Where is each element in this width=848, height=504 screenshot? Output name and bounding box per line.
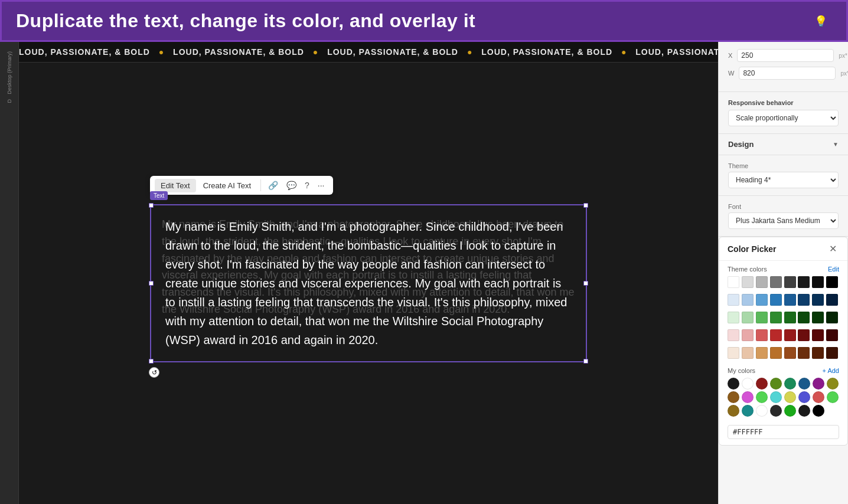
- my-color-swatch[interactable]: [728, 405, 739, 417]
- theme-color-swatch[interactable]: [756, 329, 768, 341]
- theme-color-swatch[interactable]: [728, 312, 739, 323]
- edit-text-button[interactable]: Edit Text: [155, 179, 196, 192]
- my-color-swatch[interactable]: [756, 405, 768, 417]
- theme-color-swatch[interactable]: [798, 329, 810, 341]
- my-color-swatch[interactable]: [742, 391, 754, 403]
- theme-color-swatch[interactable]: [812, 294, 824, 306]
- banner-title: Duplicate the text, change its color, an…: [16, 10, 475, 32]
- handle-middle-left[interactable]: [149, 281, 154, 286]
- theme-color-swatch[interactable]: [784, 276, 796, 288]
- handle-top-right[interactable]: [583, 203, 588, 208]
- my-color-swatch[interactable]: [742, 378, 754, 390]
- theme-color-swatch[interactable]: [784, 312, 796, 323]
- w-input[interactable]: [739, 67, 836, 80]
- theme-color-swatch[interactable]: [798, 294, 810, 306]
- theme-color-swatch[interactable]: [770, 347, 782, 359]
- theme-color-swatch[interactable]: [770, 312, 782, 323]
- theme-color-swatch[interactable]: [728, 347, 739, 359]
- my-color-swatch[interactable]: [813, 378, 824, 390]
- color-picker-title: Color Picker: [728, 244, 776, 254]
- text-block-wrapper[interactable]: Edit Text Create AI Text 🔗 💬 ? ··· Text …: [150, 204, 587, 362]
- theme-color-swatch[interactable]: [756, 276, 768, 288]
- theme-color-swatch[interactable]: [826, 347, 838, 359]
- my-color-swatch[interactable]: [756, 391, 768, 403]
- handle-top-left[interactable]: [149, 203, 154, 208]
- top-banner: Duplicate the text, change its color, an…: [0, 0, 848, 42]
- my-color-swatch[interactable]: [798, 378, 810, 390]
- hex-input[interactable]: [728, 425, 839, 439]
- theme-color-swatch[interactable]: [770, 294, 782, 306]
- color-picker-close-button[interactable]: ✕: [827, 243, 839, 254]
- theme-color-swatch[interactable]: [756, 312, 768, 323]
- design-section-header[interactable]: Design ▼: [719, 134, 848, 155]
- my-color-swatch[interactable]: [770, 378, 782, 390]
- my-color-swatch[interactable]: [742, 405, 754, 417]
- theme-color-swatch[interactable]: [742, 294, 754, 306]
- ticker-content: LOUD, PASSIONATE, & BOLD ● LOUD, PASSION…: [19, 47, 718, 57]
- responsive-label: Responsive behavior: [728, 99, 839, 106]
- my-color-swatch[interactable]: [813, 391, 824, 403]
- theme-color-swatch[interactable]: [728, 276, 739, 288]
- right-panel: X px* Y px* W px* H px* Responsive behav…: [718, 42, 848, 504]
- theme-select[interactable]: Heading 4*: [728, 172, 839, 188]
- my-color-swatch[interactable]: [827, 378, 839, 390]
- handle-middle-right[interactable]: [583, 281, 588, 286]
- theme-color-swatch[interactable]: [728, 329, 739, 341]
- theme-color-swatch[interactable]: [742, 276, 754, 288]
- ticker-dot-4: ●: [621, 47, 627, 57]
- my-color-swatch[interactable]: [728, 378, 739, 390]
- theme-color-swatch[interactable]: [756, 294, 768, 306]
- add-color-button[interactable]: + Add: [823, 367, 839, 374]
- theme-color-swatch[interactable]: [770, 276, 782, 288]
- theme-color-swatch[interactable]: [812, 312, 824, 323]
- my-color-swatch[interactable]: [728, 391, 739, 403]
- theme-color-swatch[interactable]: [826, 312, 838, 323]
- rotate-handle[interactable]: ↺: [149, 367, 159, 378]
- theme-color-swatch[interactable]: [784, 329, 796, 341]
- my-colors-header: My colors + Add: [719, 364, 847, 377]
- create-ai-text-button[interactable]: Create AI Text: [197, 179, 257, 192]
- theme-color-swatch[interactable]: [756, 347, 768, 359]
- theme-color-swatch[interactable]: [742, 347, 754, 359]
- main-text-block[interactable]: My name is Emily Smith, and I'm a photog…: [150, 204, 587, 362]
- help-icon-button[interactable]: ?: [301, 178, 313, 192]
- x-input[interactable]: [737, 49, 834, 62]
- lightbulb-button[interactable]: 💡: [810, 12, 832, 30]
- theme-color-swatch[interactable]: [826, 276, 838, 288]
- theme-color-swatch[interactable]: [728, 294, 739, 306]
- theme-color-swatch[interactable]: [798, 312, 810, 323]
- theme-color-swatch[interactable]: [798, 347, 810, 359]
- theme-color-swatch[interactable]: [742, 312, 754, 323]
- theme-color-swatch[interactable]: [742, 329, 754, 341]
- theme-color-swatch[interactable]: [812, 329, 824, 341]
- my-color-swatch[interactable]: [784, 378, 796, 390]
- my-color-swatch[interactable]: [784, 391, 796, 403]
- theme-color-swatch[interactable]: [826, 329, 838, 341]
- theme-color-swatch[interactable]: [798, 276, 810, 288]
- sidebar-sub-label: D: [6, 99, 12, 103]
- more-icon-button[interactable]: ···: [314, 178, 328, 192]
- comment-icon-button[interactable]: 💬: [283, 178, 300, 192]
- link-icon-button[interactable]: 🔗: [265, 178, 282, 192]
- font-select[interactable]: Plus Jakarta Sans Medium: [728, 212, 839, 229]
- my-color-swatch[interactable]: [770, 391, 782, 403]
- handle-bottom-right[interactable]: [583, 359, 588, 364]
- my-color-swatch[interactable]: [798, 391, 810, 403]
- my-color-swatch[interactable]: [813, 405, 824, 417]
- left-sidebar: Desktop (Primary) D: [0, 42, 19, 504]
- edit-theme-colors-link[interactable]: Edit: [828, 266, 839, 273]
- handle-bottom-left[interactable]: [149, 359, 154, 364]
- responsive-select[interactable]: Scale proportionally: [728, 110, 839, 126]
- theme-color-swatch[interactable]: [812, 347, 824, 359]
- theme-color-swatch[interactable]: [784, 347, 796, 359]
- theme-color-swatch[interactable]: [812, 276, 824, 288]
- my-color-swatch[interactable]: [784, 405, 796, 417]
- theme-color-swatch[interactable]: [784, 294, 796, 306]
- my-color-swatch[interactable]: [827, 391, 839, 403]
- theme-color-swatch[interactable]: [826, 294, 838, 306]
- my-color-swatch[interactable]: [756, 378, 768, 390]
- my-color-swatch[interactable]: [798, 405, 810, 417]
- my-colors-grid: [719, 377, 847, 421]
- theme-color-swatch[interactable]: [770, 329, 782, 341]
- my-color-swatch[interactable]: [770, 405, 782, 417]
